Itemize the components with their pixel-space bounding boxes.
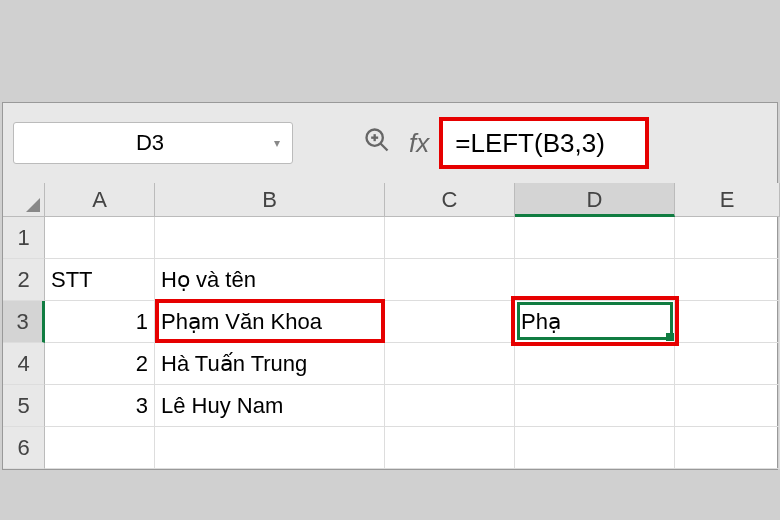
formula-input[interactable]: =LEFT(B3,3) (439, 117, 649, 169)
cell-d5[interactable] (515, 385, 675, 427)
formula-text: =LEFT(B3,3) (455, 128, 605, 159)
row-header-6[interactable]: 6 (3, 427, 45, 469)
cell-c2[interactable] (385, 259, 515, 301)
cell-c5[interactable] (385, 385, 515, 427)
cell-e4[interactable] (675, 343, 780, 385)
cell-c4[interactable] (385, 343, 515, 385)
svg-line-1 (381, 143, 388, 150)
chevron-down-icon[interactable]: ▾ (274, 136, 280, 150)
cell-d4[interactable] (515, 343, 675, 385)
cell-b1[interactable] (155, 217, 385, 259)
cell-e1[interactable] (675, 217, 780, 259)
name-box[interactable]: D3 ▾ (13, 122, 293, 164)
cell-c6[interactable] (385, 427, 515, 469)
cell-c1[interactable] (385, 217, 515, 259)
cell-e2[interactable] (675, 259, 780, 301)
name-box-value: D3 (26, 130, 274, 156)
cell-b4[interactable]: Hà Tuấn Trung (155, 343, 385, 385)
cell-c3[interactable] (385, 301, 515, 343)
spreadsheet-grid: A B C D E 1 2 STT Họ và tên 3 (3, 183, 777, 469)
cell-a5[interactable]: 3 (45, 385, 155, 427)
row-header-4[interactable]: 4 (3, 343, 45, 385)
row-header-2[interactable]: 2 (3, 259, 45, 301)
cell-a4[interactable]: 2 (45, 343, 155, 385)
cell-e3[interactable] (675, 301, 780, 343)
col-header-b[interactable]: B (155, 183, 385, 217)
cell-d3[interactable]: Phạ (515, 301, 675, 343)
cell-e6[interactable] (675, 427, 780, 469)
cell-d1[interactable] (515, 217, 675, 259)
cell-a6[interactable] (45, 427, 155, 469)
cell-a2[interactable]: STT (45, 259, 155, 301)
cell-a1[interactable] (45, 217, 155, 259)
formula-bar: D3 ▾ fx =LEFT(B3,3) (3, 103, 777, 183)
cell-b2[interactable]: Họ và tên (155, 259, 385, 301)
cell-d2[interactable] (515, 259, 675, 301)
col-header-e[interactable]: E (675, 183, 780, 217)
col-header-c[interactable]: C (385, 183, 515, 217)
zoom-icon[interactable] (363, 126, 391, 161)
row-header-5[interactable]: 5 (3, 385, 45, 427)
row-header-3[interactable]: 3 (3, 301, 45, 343)
fx-icon[interactable]: fx (409, 128, 429, 159)
select-all-corner[interactable] (3, 183, 45, 217)
cell-e5[interactable] (675, 385, 780, 427)
row-header-1[interactable]: 1 (3, 217, 45, 259)
cell-b6[interactable] (155, 427, 385, 469)
col-header-a[interactable]: A (45, 183, 155, 217)
cell-a3[interactable]: 1 (45, 301, 155, 343)
cell-d6[interactable] (515, 427, 675, 469)
cell-b3[interactable]: Phạm Văn Khoa (155, 301, 385, 343)
cell-b5[interactable]: Lê Huy Nam (155, 385, 385, 427)
col-header-d[interactable]: D (515, 183, 675, 217)
